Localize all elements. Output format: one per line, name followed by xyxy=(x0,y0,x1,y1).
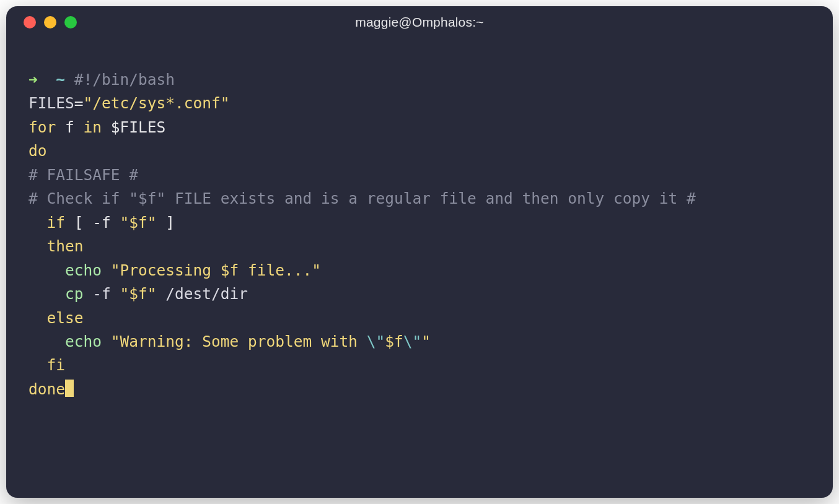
keyword-done: done xyxy=(29,380,65,398)
code-line: ➜ ~ #!/bin/bash xyxy=(29,68,810,92)
string-literal: "/etc/sys*.conf" xyxy=(84,94,230,112)
code-line: done xyxy=(29,378,810,401)
comment: # FAILSAFE # xyxy=(29,166,138,184)
code-line: if [ -f "$f" ] xyxy=(29,211,810,235)
code-line: echo "Processing $f file..." xyxy=(29,259,810,282)
keyword-for: for xyxy=(29,118,56,136)
code-line: FILES="/etc/sys*.conf" xyxy=(29,92,810,115)
flag: -f xyxy=(84,285,120,303)
escape-seq: \" xyxy=(403,332,422,350)
string-literal: "Processing $f file..." xyxy=(111,261,321,279)
code-line: do xyxy=(29,139,810,163)
code-line: echo "Warning: Some problem with \"$f\"" xyxy=(29,330,810,354)
test-expr: [ -f xyxy=(65,214,120,232)
maximize-button[interactable] xyxy=(64,16,77,28)
keyword-fi: fi xyxy=(47,356,66,374)
string-literal: "Warning: Some problem with xyxy=(111,332,367,350)
escape-seq: \" xyxy=(367,332,385,350)
keyword-then: then xyxy=(47,237,84,255)
builtin-echo: echo xyxy=(65,261,102,279)
terminal-window: maggie@Omphalos:~ ➜ ~ #!/bin/bashFILES="… xyxy=(6,6,833,498)
string-literal: "$f" xyxy=(120,214,157,232)
keyword-if: if xyxy=(47,214,66,232)
close-button[interactable] xyxy=(24,16,36,28)
terminal-body[interactable]: ➜ ~ #!/bin/bashFILES="/etc/sys*.conf"for… xyxy=(6,38,833,498)
builtin-cp: cp xyxy=(65,285,84,303)
string-literal: " xyxy=(421,332,431,350)
window-title: maggie@Omphalos:~ xyxy=(355,15,483,30)
string-literal: "$f" xyxy=(120,285,157,303)
code-line: then xyxy=(29,235,810,258)
variable-name: FILES xyxy=(29,94,74,112)
code-line: else xyxy=(29,306,810,330)
indent xyxy=(29,261,65,279)
prompt-tilde: ~ xyxy=(56,71,65,89)
code-line: # Check if "$f" FILE exists and is a reg… xyxy=(29,187,810,211)
builtin-echo: echo xyxy=(65,332,102,350)
code-line: cp -f "$f" /dest/dir xyxy=(29,282,810,306)
cursor-icon xyxy=(65,380,74,397)
string-literal: $f xyxy=(385,332,403,350)
indent xyxy=(29,309,47,327)
variable-ref: $FILES xyxy=(102,118,165,136)
prompt-arrow-icon: ➜ xyxy=(29,71,38,89)
equals: = xyxy=(74,94,84,112)
indent xyxy=(29,285,65,303)
indent xyxy=(29,214,47,232)
keyword-do: do xyxy=(29,142,47,160)
shebang-comment: #!/bin/bash xyxy=(74,71,175,89)
keyword-else: else xyxy=(47,309,84,327)
titlebar: maggie@Omphalos:~ xyxy=(6,6,833,38)
comment: # Check if "$f" FILE exists and is a reg… xyxy=(29,189,696,207)
minimize-button[interactable] xyxy=(44,16,56,28)
indent xyxy=(29,356,47,374)
code-line: for f in $FILES xyxy=(29,116,810,139)
space xyxy=(102,261,111,279)
path: /dest/dir xyxy=(157,285,248,303)
code-line: # FAILSAFE # xyxy=(29,163,810,187)
indent xyxy=(29,237,47,255)
indent xyxy=(29,332,65,350)
traffic-lights xyxy=(24,16,77,28)
loop-var: f xyxy=(56,118,83,136)
keyword-in: in xyxy=(84,118,102,136)
space xyxy=(102,332,111,350)
test-close: ] xyxy=(157,214,175,232)
code-line: fi xyxy=(29,354,810,377)
